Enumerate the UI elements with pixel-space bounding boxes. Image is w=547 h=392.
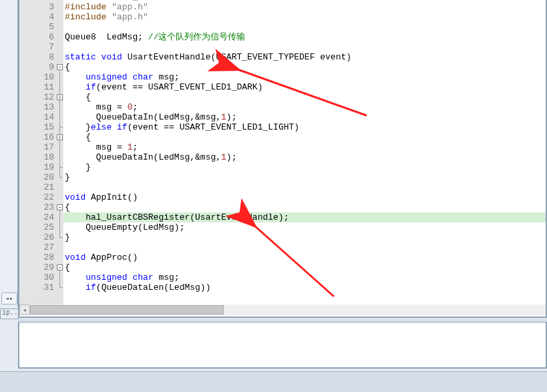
code-line[interactable] xyxy=(63,22,546,32)
code-line[interactable]: { xyxy=(63,92,546,102)
code-line[interactable]: { xyxy=(63,202,546,212)
code-line[interactable]: QueueDataIn(LedMsg,&msg,1); xyxy=(63,152,546,162)
line-number: 27 xyxy=(19,242,57,252)
code-line[interactable]: if(QueueDataLen(LedMsg)) xyxy=(63,282,546,292)
code-line[interactable]: { xyxy=(63,262,546,272)
line-number: 14 xyxy=(19,112,57,122)
line-number: 30 xyxy=(19,272,57,282)
code-line[interactable]: } xyxy=(63,232,546,242)
editor-horizontal-scrollbar[interactable]: ◂ xyxy=(19,305,546,315)
line-number: 17 xyxy=(19,142,57,152)
line-number: 5 xyxy=(19,22,57,32)
left-side-panel: ◂▸ xyxy=(0,0,18,307)
code-line[interactable]: unsigned char msg; xyxy=(63,72,546,82)
line-number: 10 xyxy=(19,72,57,82)
code-line[interactable]: unsigned char msg; xyxy=(63,272,546,282)
code-line[interactable] xyxy=(63,182,546,192)
left-panel-tab[interactable]: ip... xyxy=(0,309,19,319)
line-number: 13 xyxy=(19,102,57,112)
code-line[interactable]: { xyxy=(63,62,546,72)
line-number: 24 xyxy=(19,212,57,222)
line-number: 3 xyxy=(19,2,57,12)
line-number: 22 xyxy=(19,192,57,202)
code-line[interactable]: QueueDataIn(LedMsg,&msg,1); xyxy=(63,112,546,122)
scroll-thumb[interactable] xyxy=(30,305,224,315)
line-number: 20 xyxy=(19,172,57,182)
line-number: 6 xyxy=(19,32,57,42)
code-line[interactable]: static void UsartEventHandle(USART_EVENT… xyxy=(63,52,546,62)
left-panel-scroll-button[interactable]: ◂▸ xyxy=(1,292,17,305)
code-line[interactable]: } xyxy=(63,172,546,182)
fold-column xyxy=(57,0,63,306)
code-line[interactable]: QueueEmpty(LedMsg); xyxy=(63,222,546,232)
code-line[interactable]: void AppProc() xyxy=(63,252,546,262)
line-number: 31 xyxy=(19,282,57,292)
line-number: 15 xyxy=(19,122,57,132)
code-line[interactable]: } xyxy=(63,162,546,172)
line-number: 28 xyxy=(19,252,57,262)
code-line[interactable]: msg = 0; xyxy=(63,102,546,112)
code-editor[interactable]: 2345678910111213141516171819202122232425… xyxy=(18,0,547,318)
code-line[interactable]: }else if(event == USART_EVENT_LED1_LIGHT… xyxy=(63,122,546,132)
line-number: 9 xyxy=(19,62,57,72)
fold-toggle[interactable] xyxy=(57,264,63,270)
scroll-left-button[interactable]: ◂ xyxy=(19,305,30,315)
code-line[interactable]: hal_UsartCBSRegister(UsartEventHandle); xyxy=(63,212,546,222)
line-number: 19 xyxy=(19,162,57,172)
fold-toggle[interactable] xyxy=(57,204,63,210)
code-line[interactable] xyxy=(63,42,546,52)
line-number: 21 xyxy=(19,182,57,192)
line-number: 23 xyxy=(19,202,57,212)
line-number: 12 xyxy=(19,92,57,102)
left-right-arrow-icon: ◂▸ xyxy=(5,295,13,303)
line-number: 25 xyxy=(19,222,57,232)
fold-toggle[interactable] xyxy=(57,64,63,70)
line-number: 26 xyxy=(19,232,57,242)
code-line[interactable]: { xyxy=(63,132,546,142)
window-footer xyxy=(0,371,547,392)
code-line[interactable]: #include "app.h" xyxy=(63,12,546,22)
line-number: 7 xyxy=(19,42,57,52)
code-line[interactable]: if(event == USART_EVENT_LED1_DARK) xyxy=(63,82,546,92)
code-line[interactable]: #include "app.h" xyxy=(63,2,546,12)
code-line[interactable]: void AppInit() xyxy=(63,192,546,202)
window-frame: ◂▸ ip... 2345678910111213141516171819202… xyxy=(0,0,547,392)
line-number: 11 xyxy=(19,82,57,92)
code-area[interactable]: #include "hal_usart.h"#include "app.h"#i… xyxy=(63,0,546,306)
line-number: 4 xyxy=(19,12,57,22)
line-number: 18 xyxy=(19,152,57,162)
line-number: 29 xyxy=(19,262,57,272)
output-panel[interactable] xyxy=(18,322,547,369)
code-line[interactable] xyxy=(63,242,546,252)
code-line[interactable]: msg = 1; xyxy=(63,142,546,152)
line-number: 8 xyxy=(19,52,57,62)
line-number: 16 xyxy=(19,132,57,142)
code-line[interactable]: Queue8 LedMsg; //这个队列作为信号传输 xyxy=(63,32,546,42)
chevron-left-icon: ◂ xyxy=(23,307,26,314)
